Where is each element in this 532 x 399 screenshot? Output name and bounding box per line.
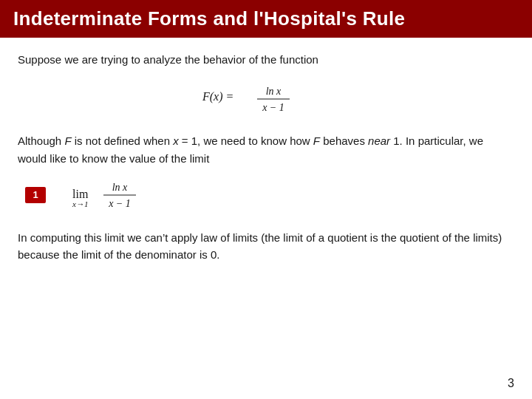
formula1-block: F(x) = ln x x − 1 xyxy=(18,78,514,119)
svg-text:x − 1: x − 1 xyxy=(262,102,284,113)
header: Indeterminate Forms and l'Hospital's Rul… xyxy=(0,0,532,38)
formula1-svg: F(x) = ln x x − 1 xyxy=(200,78,332,117)
svg-text:ln x: ln x xyxy=(266,86,282,97)
svg-text:x − 1: x − 1 xyxy=(108,198,131,209)
section2-text: Although F is not defined when x = 1, we… xyxy=(18,132,514,167)
limit-formula-svg: lim x→1 ln x x − 1 xyxy=(69,174,188,216)
badge-1: 1 xyxy=(25,187,46,203)
header-title: Indeterminate Forms and l'Hospital's Rul… xyxy=(13,7,405,30)
svg-text:F(x) =: F(x) = xyxy=(202,90,233,103)
svg-text:lim: lim xyxy=(72,188,89,200)
page-number: 3 xyxy=(508,377,514,390)
svg-text:x→1: x→1 xyxy=(72,200,88,208)
section3-text: In computing this limit we can’t apply l… xyxy=(18,229,514,264)
svg-text:ln x: ln x xyxy=(112,182,128,193)
limit-row: 1 lim x→1 ln x x − 1 xyxy=(25,174,514,216)
content-area: Suppose we are trying to analyze the beh… xyxy=(0,38,532,276)
section1-text: Suppose we are trying to analyze the beh… xyxy=(18,51,514,68)
